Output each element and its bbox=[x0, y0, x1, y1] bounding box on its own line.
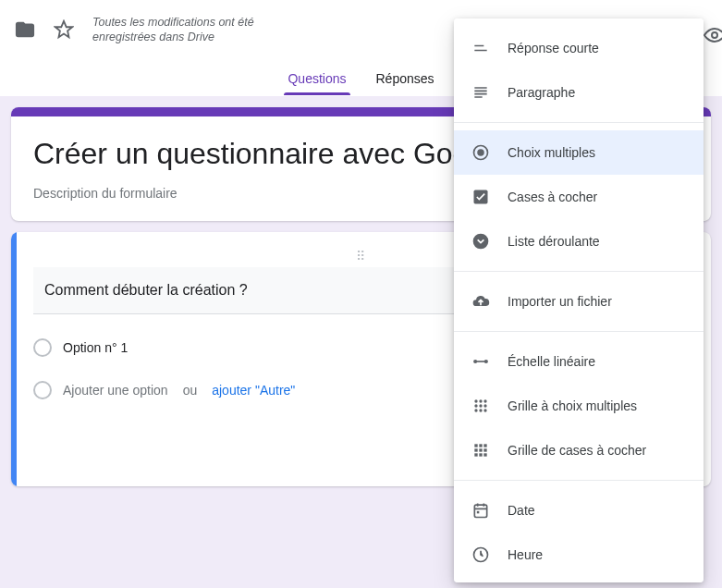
svg-rect-24 bbox=[474, 453, 477, 456]
menu-label: Importer un fichier bbox=[508, 294, 612, 309]
svg-point-10 bbox=[479, 399, 482, 402]
menu-mc-grid[interactable]: Grille à choix multiples bbox=[454, 384, 704, 428]
add-option[interactable]: Ajouter une option bbox=[63, 383, 168, 398]
cloud-upload-icon bbox=[471, 292, 491, 311]
svg-rect-23 bbox=[483, 448, 486, 451]
svg-rect-22 bbox=[479, 448, 482, 451]
menu-cb-grid[interactable]: Grille de cases à cocher bbox=[454, 428, 704, 472]
svg-point-12 bbox=[474, 404, 477, 407]
svg-point-11 bbox=[483, 399, 486, 402]
menu-label: Date bbox=[508, 503, 535, 518]
checkbox-icon bbox=[471, 188, 491, 206]
svg-point-14 bbox=[483, 404, 486, 407]
menu-paragraph[interactable]: Paragraphe bbox=[454, 70, 704, 115]
linear-scale-icon bbox=[471, 352, 491, 371]
menu-label: Réponse courte bbox=[508, 41, 599, 55]
preview-icon[interactable] bbox=[704, 24, 722, 46]
grid-squares-icon bbox=[471, 441, 491, 459]
clock-icon bbox=[471, 545, 491, 564]
svg-rect-18 bbox=[474, 444, 477, 447]
svg-point-8 bbox=[484, 360, 488, 363]
svg-point-7 bbox=[473, 360, 477, 363]
option-text[interactable]: Option n° 1 bbox=[63, 340, 128, 355]
menu-label: Paragraphe bbox=[508, 85, 575, 100]
svg-rect-19 bbox=[479, 444, 482, 447]
tab-questions[interactable]: Questions bbox=[284, 71, 349, 95]
menu-label: Choix multiples bbox=[508, 145, 595, 160]
menu-label: Heure bbox=[508, 547, 543, 562]
menu-separator bbox=[454, 480, 704, 481]
menu-label: Grille de cases à cocher bbox=[508, 443, 646, 458]
menu-multiple-choice[interactable]: Choix multiples bbox=[454, 130, 704, 175]
menu-time[interactable]: Heure bbox=[454, 533, 704, 577]
menu-label: Échelle linéaire bbox=[508, 354, 595, 369]
svg-point-4 bbox=[477, 149, 484, 156]
grid-dots-icon bbox=[471, 397, 491, 415]
menu-label: Cases à cocher bbox=[508, 190, 597, 204]
svg-rect-20 bbox=[483, 444, 486, 447]
menu-separator bbox=[454, 271, 704, 272]
star-icon[interactable] bbox=[54, 19, 74, 40]
menu-linear-scale[interactable]: Échelle linéaire bbox=[454, 339, 704, 384]
calendar-icon bbox=[471, 501, 491, 520]
tab-responses[interactable]: Réponses bbox=[373, 71, 438, 95]
radio-icon bbox=[33, 338, 52, 357]
svg-point-6 bbox=[473, 234, 489, 250]
radio-icon bbox=[33, 381, 52, 399]
or-label: ou bbox=[183, 383, 198, 398]
svg-point-13 bbox=[479, 404, 482, 407]
save-status: Toutes les modifications ont été enregis… bbox=[92, 15, 277, 45]
add-other[interactable]: ajouter "Autre" bbox=[212, 383, 295, 398]
menu-label: Grille à choix multiples bbox=[508, 398, 637, 413]
svg-rect-21 bbox=[474, 448, 477, 451]
menu-dropdown[interactable]: Liste déroulante bbox=[454, 219, 704, 263]
short-answer-icon bbox=[471, 39, 491, 57]
svg-rect-25 bbox=[479, 453, 482, 456]
svg-rect-28 bbox=[477, 511, 480, 514]
menu-file-upload[interactable]: Importer un fichier bbox=[454, 279, 704, 324]
radio-selected-icon bbox=[471, 143, 491, 162]
paragraph-icon bbox=[471, 83, 491, 102]
question-type-menu: Réponse courte Paragraphe Choix multiple… bbox=[454, 18, 704, 582]
svg-point-9 bbox=[474, 399, 477, 402]
menu-separator bbox=[454, 122, 704, 123]
svg-rect-27 bbox=[474, 505, 486, 517]
svg-rect-26 bbox=[483, 453, 486, 456]
menu-checkboxes[interactable]: Cases à cocher bbox=[454, 175, 704, 219]
menu-short-answer[interactable]: Réponse courte bbox=[454, 26, 704, 70]
svg-point-15 bbox=[474, 409, 477, 411]
menu-label: Liste déroulante bbox=[508, 234, 600, 249]
svg-point-16 bbox=[479, 409, 482, 411]
svg-point-17 bbox=[483, 409, 486, 411]
menu-separator bbox=[454, 331, 704, 332]
folder-icon[interactable] bbox=[15, 19, 35, 40]
svg-point-0 bbox=[712, 32, 717, 38]
dropdown-icon bbox=[471, 232, 491, 251]
menu-date[interactable]: Date bbox=[454, 488, 704, 533]
